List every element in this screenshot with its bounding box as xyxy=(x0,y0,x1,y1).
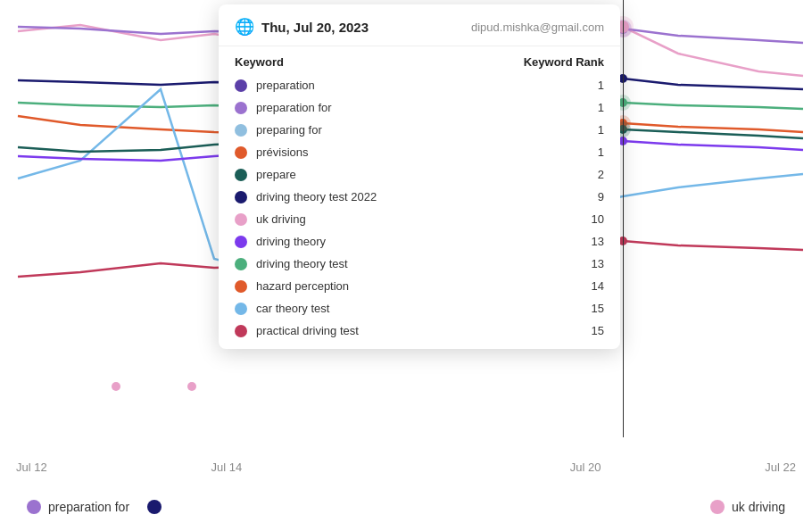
chart-legend: preparation for uk driving xyxy=(0,500,812,514)
table-rows: preparation1preparation for1preparing fo… xyxy=(235,74,604,342)
table-row: hazard perception14 xyxy=(235,275,604,297)
svg-point-13 xyxy=(112,382,120,391)
tooltip-line xyxy=(623,0,624,437)
keyword-dot xyxy=(235,236,247,248)
keyword-rank: 1 xyxy=(577,101,604,114)
table-row: preparing for1 xyxy=(235,119,604,141)
keyword-dot xyxy=(235,79,247,92)
tooltip-email: dipud.mishka@gmail.com xyxy=(471,21,604,34)
col-rank-header: Keyword Rank xyxy=(524,55,604,69)
keyword-label: car theory test xyxy=(256,302,577,315)
table-row: prepare2 xyxy=(235,163,604,186)
tooltip-table-header: Keyword Keyword Rank xyxy=(235,46,604,74)
keyword-dot xyxy=(235,303,247,315)
chart-container: Jul 12 Jul 14 Jul 20 Jul 22 preparation … xyxy=(0,0,812,523)
legend-item-uk-driving: uk driving xyxy=(710,500,785,514)
keyword-label: preparation xyxy=(256,79,577,92)
keyword-rank: 2 xyxy=(577,168,604,181)
keyword-label: preparing for xyxy=(256,123,577,137)
tooltip-header: 🌐 Thu, Jul 20, 2023 dipud.mishka@gmail.c… xyxy=(219,4,620,46)
table-row: preparation1 xyxy=(235,74,604,96)
svg-point-14 xyxy=(187,382,196,391)
legend-label-preparation-for: preparation for xyxy=(48,500,129,514)
keyword-dot xyxy=(235,124,247,137)
x-label-jul22: Jul 22 xyxy=(765,461,796,474)
keyword-label: prepare xyxy=(256,168,577,181)
table-row: driving theory test 20229 xyxy=(235,186,604,208)
keyword-dot xyxy=(235,191,247,203)
keyword-label: hazard perception xyxy=(256,279,577,293)
keyword-dot xyxy=(235,213,247,226)
keyword-rank: 14 xyxy=(577,279,604,293)
keyword-label: uk driving xyxy=(256,212,577,226)
keyword-rank: 10 xyxy=(577,212,604,226)
keyword-dot xyxy=(235,169,247,181)
globe-icon: 🌐 xyxy=(235,17,254,37)
keyword-dot xyxy=(235,325,247,337)
keyword-rank: 13 xyxy=(577,235,604,248)
tooltip-date: Thu, Jul 20, 2023 xyxy=(261,20,369,35)
col-keyword-header: Keyword xyxy=(235,55,284,69)
keyword-label: driving theory xyxy=(256,235,577,248)
keyword-rank: 1 xyxy=(577,145,604,159)
keyword-rank: 13 xyxy=(577,257,604,270)
table-row: driving theory test13 xyxy=(235,253,604,275)
table-row: uk driving10 xyxy=(235,208,604,230)
table-row: prévisions1 xyxy=(235,141,604,163)
legend-dot-preparation-for xyxy=(27,500,41,514)
keyword-label: driving theory test 2022 xyxy=(256,190,577,203)
keyword-dot xyxy=(235,280,247,293)
x-label-jul14: Jul 14 xyxy=(211,461,243,474)
legend-dot-uk-driving xyxy=(710,500,725,514)
keyword-rank: 1 xyxy=(577,123,604,137)
table-row: driving theory13 xyxy=(235,230,604,253)
tooltip-popup: 🌐 Thu, Jul 20, 2023 dipud.mishka@gmail.c… xyxy=(219,4,620,349)
keyword-rank: 15 xyxy=(577,302,604,315)
keyword-dot xyxy=(235,102,247,114)
x-label-jul20: Jul 20 xyxy=(570,461,601,474)
legend-dot-dark xyxy=(147,500,162,514)
keyword-dot xyxy=(235,258,247,270)
keyword-rank: 15 xyxy=(577,324,604,337)
keyword-dot xyxy=(235,146,247,159)
keyword-label: practical driving test xyxy=(256,324,577,337)
table-row: practical driving test15 xyxy=(235,320,604,342)
keyword-rank: 1 xyxy=(577,79,604,92)
keyword-rank: 9 xyxy=(577,190,604,203)
table-row: preparation for1 xyxy=(235,96,604,119)
keyword-label: driving theory test xyxy=(256,257,577,270)
legend-item-preparation-for: preparation for xyxy=(27,500,129,514)
table-row: car theory test15 xyxy=(235,297,604,320)
tooltip-table: Keyword Keyword Rank preparation1prepara… xyxy=(219,46,620,342)
keyword-label: preparation for xyxy=(256,101,577,114)
x-label-jul12: Jul 12 xyxy=(16,461,47,474)
legend-item-separator xyxy=(147,500,169,514)
keyword-label: prévisions xyxy=(256,145,577,159)
legend-label-uk-driving: uk driving xyxy=(732,500,785,514)
